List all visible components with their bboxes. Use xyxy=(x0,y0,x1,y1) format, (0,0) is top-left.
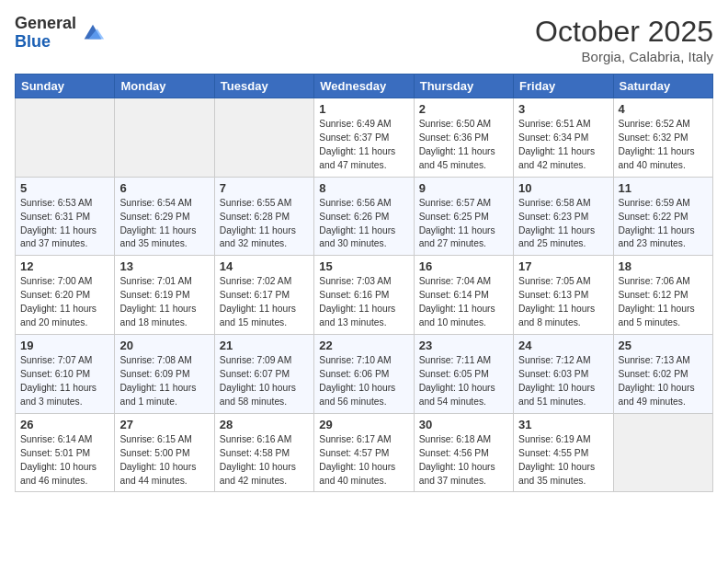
day-header-sunday: Sunday xyxy=(16,75,115,98)
day-header-tuesday: Tuesday xyxy=(214,75,313,98)
week-row-2: 5Sunrise: 6:53 AM Sunset: 6:31 PM Daylig… xyxy=(16,177,713,256)
day-header-saturday: Saturday xyxy=(613,75,712,98)
day-info: Sunrise: 6:19 AM Sunset: 4:55 PM Dayligh… xyxy=(518,433,608,488)
day-info: Sunrise: 6:59 AM Sunset: 6:22 PM Dayligh… xyxy=(619,197,708,252)
day-info: Sunrise: 7:08 AM Sunset: 6:09 PM Dayligh… xyxy=(119,354,209,409)
calendar-cell: 9Sunrise: 6:57 AM Sunset: 6:25 PM Daylig… xyxy=(414,177,513,256)
day-number: 9 xyxy=(419,181,508,195)
calendar-cell: 13Sunrise: 7:01 AM Sunset: 6:19 PM Dayli… xyxy=(115,256,214,335)
title-block: October 2025 Borgia, Calabria, Italy xyxy=(535,15,713,64)
day-info: Sunrise: 6:52 AM Sunset: 6:32 PM Dayligh… xyxy=(619,118,708,173)
day-number: 14 xyxy=(220,259,309,273)
day-info: Sunrise: 6:14 AM Sunset: 5:01 PM Dayligh… xyxy=(20,433,109,488)
week-row-5: 26Sunrise: 6:14 AM Sunset: 5:01 PM Dayli… xyxy=(16,413,713,492)
calendar-cell xyxy=(16,98,115,178)
day-info: Sunrise: 6:56 AM Sunset: 6:26 PM Dayligh… xyxy=(319,197,408,252)
calendar-cell: 31Sunrise: 6:19 AM Sunset: 4:55 PM Dayli… xyxy=(514,413,613,492)
calendar-cell: 10Sunrise: 6:58 AM Sunset: 6:23 PM Dayli… xyxy=(514,177,613,256)
day-info: Sunrise: 7:06 AM Sunset: 6:12 PM Dayligh… xyxy=(619,275,708,330)
day-info: Sunrise: 7:00 AM Sunset: 6:20 PM Dayligh… xyxy=(20,275,109,330)
day-info: Sunrise: 6:51 AM Sunset: 6:34 PM Dayligh… xyxy=(518,118,608,173)
calendar-cell: 17Sunrise: 7:05 AM Sunset: 6:13 PM Dayli… xyxy=(514,256,613,335)
day-info: Sunrise: 7:12 AM Sunset: 6:03 PM Dayligh… xyxy=(518,354,608,409)
day-number: 6 xyxy=(119,181,209,195)
day-info: Sunrise: 7:07 AM Sunset: 6:10 PM Dayligh… xyxy=(20,354,109,409)
day-header-wednesday: Wednesday xyxy=(314,75,414,98)
day-info: Sunrise: 6:53 AM Sunset: 6:31 PM Dayligh… xyxy=(20,197,109,252)
day-number: 17 xyxy=(518,259,608,273)
day-info: Sunrise: 7:01 AM Sunset: 6:19 PM Dayligh… xyxy=(119,275,209,330)
day-info: Sunrise: 6:17 AM Sunset: 4:57 PM Dayligh… xyxy=(319,433,408,488)
calendar-cell: 25Sunrise: 7:13 AM Sunset: 6:02 PM Dayli… xyxy=(613,335,712,414)
calendar-cell: 7Sunrise: 6:55 AM Sunset: 6:28 PM Daylig… xyxy=(214,177,313,256)
day-info: Sunrise: 6:15 AM Sunset: 5:00 PM Dayligh… xyxy=(119,433,209,488)
day-info: Sunrise: 6:18 AM Sunset: 4:56 PM Dayligh… xyxy=(419,433,508,488)
calendar-header-row: SundayMondayTuesdayWednesdayThursdayFrid… xyxy=(16,75,713,98)
day-info: Sunrise: 7:05 AM Sunset: 6:13 PM Dayligh… xyxy=(518,275,608,330)
day-header-thursday: Thursday xyxy=(414,75,513,98)
calendar-cell: 5Sunrise: 6:53 AM Sunset: 6:31 PM Daylig… xyxy=(16,177,115,256)
logo-icon xyxy=(80,20,106,46)
calendar-cell: 23Sunrise: 7:11 AM Sunset: 6:05 PM Dayli… xyxy=(414,335,513,414)
day-number: 29 xyxy=(319,418,408,431)
day-header-monday: Monday xyxy=(115,75,214,98)
calendar-cell: 1Sunrise: 6:49 AM Sunset: 6:37 PM Daylig… xyxy=(314,98,414,178)
logo-blue: Blue xyxy=(15,33,76,52)
day-number: 21 xyxy=(220,339,309,352)
day-number: 25 xyxy=(619,339,708,352)
day-info: Sunrise: 7:04 AM Sunset: 6:14 PM Dayligh… xyxy=(419,275,508,330)
day-info: Sunrise: 7:10 AM Sunset: 6:06 PM Dayligh… xyxy=(319,354,408,409)
calendar-cell: 19Sunrise: 7:07 AM Sunset: 6:10 PM Dayli… xyxy=(16,335,115,414)
page-header: General Blue October 2025 Borgia, Calabr… xyxy=(15,15,713,64)
day-number: 1 xyxy=(319,102,408,116)
day-number: 23 xyxy=(419,339,508,352)
calendar-cell: 22Sunrise: 7:10 AM Sunset: 6:06 PM Dayli… xyxy=(314,335,414,414)
day-number: 11 xyxy=(619,181,708,195)
calendar-table: SundayMondayTuesdayWednesdayThursdayFrid… xyxy=(15,74,713,492)
calendar-cell xyxy=(115,98,214,178)
day-info: Sunrise: 6:50 AM Sunset: 6:36 PM Dayligh… xyxy=(419,118,508,173)
day-number: 26 xyxy=(20,418,109,431)
calendar-cell: 28Sunrise: 6:16 AM Sunset: 4:58 PM Dayli… xyxy=(214,413,313,492)
day-number: 31 xyxy=(518,418,608,431)
day-number: 7 xyxy=(220,181,309,195)
day-number: 5 xyxy=(20,181,109,195)
location: Borgia, Calabria, Italy xyxy=(535,49,713,64)
day-number: 8 xyxy=(319,181,408,195)
calendar-cell: 29Sunrise: 6:17 AM Sunset: 4:57 PM Dayli… xyxy=(314,413,414,492)
day-info: Sunrise: 6:57 AM Sunset: 6:25 PM Dayligh… xyxy=(419,197,508,252)
day-info: Sunrise: 7:03 AM Sunset: 6:16 PM Dayligh… xyxy=(319,275,408,330)
day-number: 13 xyxy=(119,259,209,273)
day-info: Sunrise: 6:54 AM Sunset: 6:29 PM Dayligh… xyxy=(119,197,209,252)
calendar-cell: 2Sunrise: 6:50 AM Sunset: 6:36 PM Daylig… xyxy=(414,98,513,178)
logo: General Blue xyxy=(15,15,106,52)
day-number: 10 xyxy=(518,181,608,195)
day-info: Sunrise: 7:02 AM Sunset: 6:17 PM Dayligh… xyxy=(220,275,309,330)
calendar-cell: 12Sunrise: 7:00 AM Sunset: 6:20 PM Dayli… xyxy=(16,256,115,335)
calendar-cell: 21Sunrise: 7:09 AM Sunset: 6:07 PM Dayli… xyxy=(214,335,313,414)
day-number: 3 xyxy=(518,102,608,116)
day-info: Sunrise: 7:09 AM Sunset: 6:07 PM Dayligh… xyxy=(220,354,309,409)
day-number: 18 xyxy=(619,259,708,273)
week-row-4: 19Sunrise: 7:07 AM Sunset: 6:10 PM Dayli… xyxy=(16,335,713,414)
day-info: Sunrise: 6:58 AM Sunset: 6:23 PM Dayligh… xyxy=(518,197,608,252)
calendar-cell: 16Sunrise: 7:04 AM Sunset: 6:14 PM Dayli… xyxy=(414,256,513,335)
calendar-cell: 18Sunrise: 7:06 AM Sunset: 6:12 PM Dayli… xyxy=(613,256,712,335)
week-row-1: 1Sunrise: 6:49 AM Sunset: 6:37 PM Daylig… xyxy=(16,98,713,178)
calendar-cell: 27Sunrise: 6:15 AM Sunset: 5:00 PM Dayli… xyxy=(115,413,214,492)
calendar-cell: 11Sunrise: 6:59 AM Sunset: 6:22 PM Dayli… xyxy=(613,177,712,256)
calendar-cell xyxy=(613,413,712,492)
day-info: Sunrise: 6:49 AM Sunset: 6:37 PM Dayligh… xyxy=(319,118,408,173)
calendar-cell: 26Sunrise: 6:14 AM Sunset: 5:01 PM Dayli… xyxy=(16,413,115,492)
day-number: 20 xyxy=(119,339,209,352)
calendar-cell xyxy=(214,98,313,178)
day-number: 12 xyxy=(20,259,109,273)
day-info: Sunrise: 6:55 AM Sunset: 6:28 PM Dayligh… xyxy=(220,197,309,252)
calendar-cell: 6Sunrise: 6:54 AM Sunset: 6:29 PM Daylig… xyxy=(115,177,214,256)
day-number: 15 xyxy=(319,259,408,273)
day-number: 28 xyxy=(220,418,309,431)
day-number: 27 xyxy=(119,418,209,431)
calendar-cell: 14Sunrise: 7:02 AM Sunset: 6:17 PM Dayli… xyxy=(214,256,313,335)
day-number: 16 xyxy=(419,259,508,273)
day-number: 19 xyxy=(20,339,109,352)
